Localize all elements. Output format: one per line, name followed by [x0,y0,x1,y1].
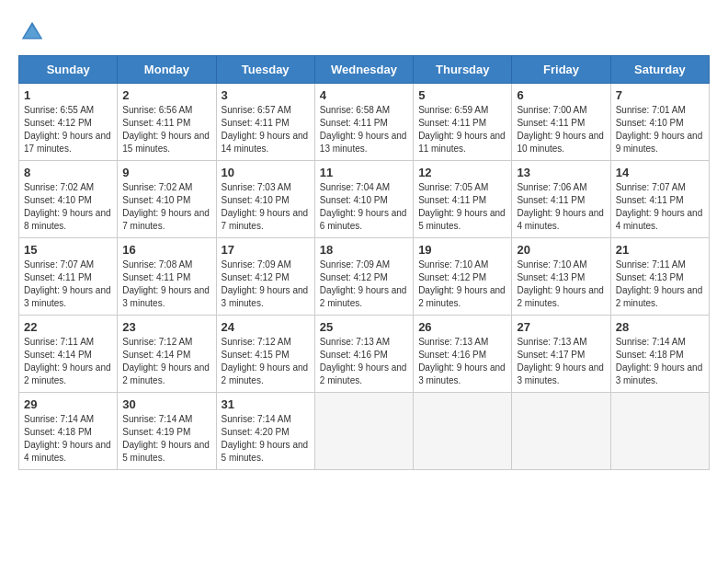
day-info: Sunrise: 7:12 AMSunset: 4:15 PMDaylight:… [222,336,310,387]
calendar-week-row: 1Sunrise: 6:55 AMSunset: 4:12 PMDaylight… [19,84,710,161]
day-info: Sunrise: 7:10 AMSunset: 4:13 PMDaylight:… [517,259,605,310]
day-info: Sunrise: 7:07 AMSunset: 4:11 PMDaylight:… [616,181,704,233]
day-number: 14 [616,166,704,179]
day-number: 3 [222,88,310,102]
day-number: 13 [517,166,605,179]
day-number: 31 [222,397,310,411]
calendar-day-cell [512,393,610,470]
day-info: Sunrise: 7:05 AMSunset: 4:11 PMDaylight:… [418,181,506,233]
day-number: 11 [320,166,408,179]
calendar-day-cell: 25Sunrise: 7:13 AMSunset: 4:16 PMDayligh… [314,316,413,393]
weekday-header: Thursday [414,56,512,84]
logo [18,18,50,46]
day-number: 30 [122,397,210,411]
calendar-day-cell [314,393,413,470]
calendar-day-cell: 22Sunrise: 7:11 AMSunset: 4:14 PMDayligh… [19,316,118,393]
calendar-week-row: 29Sunrise: 7:14 AMSunset: 4:18 PMDayligh… [19,393,710,470]
day-number: 18 [320,243,408,257]
calendar-body: 1Sunrise: 6:55 AMSunset: 4:12 PMDaylight… [19,84,710,470]
logo-icon [18,18,46,46]
calendar-week-row: 15Sunrise: 7:07 AMSunset: 4:11 PMDayligh… [19,238,710,316]
day-number: 22 [24,320,112,334]
calendar-day-cell: 10Sunrise: 7:03 AMSunset: 4:10 PMDayligh… [216,161,314,238]
day-info: Sunrise: 7:10 AMSunset: 4:12 PMDaylight:… [418,259,506,310]
calendar-day-cell: 7Sunrise: 7:01 AMSunset: 4:10 PMDaylight… [610,84,709,161]
weekday-header: Tuesday [216,56,314,84]
day-info: Sunrise: 6:57 AMSunset: 4:11 PMDaylight:… [222,104,310,155]
calendar-day-cell: 15Sunrise: 7:07 AMSunset: 4:11 PMDayligh… [19,238,118,316]
day-info: Sunrise: 7:02 AMSunset: 4:10 PMDaylight:… [24,181,112,233]
calendar-day-cell: 9Sunrise: 7:02 AMSunset: 4:10 PMDaylight… [118,161,216,238]
day-info: Sunrise: 7:09 AMSunset: 4:12 PMDaylight:… [320,259,408,310]
calendar-day-cell: 30Sunrise: 7:14 AMSunset: 4:19 PMDayligh… [118,393,216,470]
day-number: 17 [222,243,310,257]
day-number: 29 [24,397,112,411]
day-info: Sunrise: 7:12 AMSunset: 4:14 PMDaylight:… [122,336,210,387]
calendar-day-cell: 18Sunrise: 7:09 AMSunset: 4:12 PMDayligh… [314,238,413,316]
calendar-day-cell: 12Sunrise: 7:05 AMSunset: 4:11 PMDayligh… [414,161,512,238]
day-number: 12 [418,166,506,179]
day-info: Sunrise: 7:14 AMSunset: 4:18 PMDaylight:… [24,413,112,465]
weekday-header: Friday [512,56,610,84]
day-info: Sunrise: 7:11 AMSunset: 4:13 PMDaylight:… [616,259,704,310]
calendar-day-cell: 20Sunrise: 7:10 AMSunset: 4:13 PMDayligh… [512,238,610,316]
calendar-day-cell: 13Sunrise: 7:06 AMSunset: 4:11 PMDayligh… [512,161,610,238]
day-info: Sunrise: 6:56 AMSunset: 4:11 PMDaylight:… [122,104,210,155]
day-info: Sunrise: 7:14 AMSunset: 4:19 PMDaylight:… [122,413,210,465]
weekday-header: Sunday [19,56,118,84]
calendar-day-cell: 11Sunrise: 7:04 AMSunset: 4:10 PMDayligh… [314,161,413,238]
day-number: 2 [122,88,210,102]
day-number: 19 [418,243,506,257]
calendar-day-cell: 2Sunrise: 6:56 AMSunset: 4:11 PMDaylight… [118,84,216,161]
calendar-day-cell: 27Sunrise: 7:13 AMSunset: 4:17 PMDayligh… [512,316,610,393]
day-info: Sunrise: 7:02 AMSunset: 4:10 PMDaylight:… [122,181,210,233]
calendar-day-cell: 21Sunrise: 7:11 AMSunset: 4:13 PMDayligh… [610,238,709,316]
day-number: 25 [320,320,408,334]
day-number: 21 [616,243,704,257]
day-number: 10 [222,166,310,179]
day-number: 6 [517,88,605,102]
calendar-day-cell: 24Sunrise: 7:12 AMSunset: 4:15 PMDayligh… [216,316,314,393]
day-info: Sunrise: 7:01 AMSunset: 4:10 PMDaylight:… [616,104,704,155]
day-info: Sunrise: 7:00 AMSunset: 4:11 PMDaylight:… [517,104,605,155]
day-number: 1 [24,88,112,102]
day-number: 27 [517,320,605,334]
day-number: 23 [122,320,210,334]
calendar-day-cell: 1Sunrise: 6:55 AMSunset: 4:12 PMDaylight… [19,84,118,161]
calendar-day-cell: 23Sunrise: 7:12 AMSunset: 4:14 PMDayligh… [118,316,216,393]
day-info: Sunrise: 7:13 AMSunset: 4:16 PMDaylight:… [418,336,506,387]
day-info: Sunrise: 7:09 AMSunset: 4:12 PMDaylight:… [222,259,310,310]
calendar-day-cell [610,393,709,470]
day-info: Sunrise: 7:06 AMSunset: 4:11 PMDaylight:… [517,181,605,233]
day-info: Sunrise: 7:13 AMSunset: 4:16 PMDaylight:… [320,336,408,387]
day-number: 28 [616,320,704,334]
day-number: 15 [24,243,112,257]
day-info: Sunrise: 7:14 AMSunset: 4:18 PMDaylight:… [616,336,704,387]
day-info: Sunrise: 7:04 AMSunset: 4:10 PMDaylight:… [320,181,408,233]
calendar-day-cell: 28Sunrise: 7:14 AMSunset: 4:18 PMDayligh… [610,316,709,393]
day-number: 7 [616,88,704,102]
calendar-day-cell: 6Sunrise: 7:00 AMSunset: 4:11 PMDaylight… [512,84,610,161]
calendar-day-cell: 17Sunrise: 7:09 AMSunset: 4:12 PMDayligh… [216,238,314,316]
weekday-header: Monday [118,56,216,84]
day-number: 8 [24,166,112,179]
day-number: 9 [122,166,210,179]
calendar-day-cell: 29Sunrise: 7:14 AMSunset: 4:18 PMDayligh… [19,393,118,470]
day-info: Sunrise: 7:03 AMSunset: 4:10 PMDaylight:… [222,181,310,233]
calendar-table: SundayMondayTuesdayWednesdayThursdayFrid… [18,55,710,470]
day-number: 24 [222,320,310,334]
calendar-day-cell: 8Sunrise: 7:02 AMSunset: 4:10 PMDaylight… [19,161,118,238]
calendar-day-cell [414,393,512,470]
weekday-header: Saturday [610,56,709,84]
calendar-day-cell: 3Sunrise: 6:57 AMSunset: 4:11 PMDaylight… [216,84,314,161]
day-number: 4 [320,88,408,102]
day-info: Sunrise: 6:58 AMSunset: 4:11 PMDaylight:… [320,104,408,155]
weekday-header: Wednesday [314,56,413,84]
calendar-day-cell: 26Sunrise: 7:13 AMSunset: 4:16 PMDayligh… [414,316,512,393]
day-info: Sunrise: 7:07 AMSunset: 4:11 PMDaylight:… [24,259,112,310]
day-info: Sunrise: 7:08 AMSunset: 4:11 PMDaylight:… [122,259,210,310]
calendar-day-cell: 5Sunrise: 6:59 AMSunset: 4:11 PMDaylight… [414,84,512,161]
day-number: 16 [122,243,210,257]
calendar-day-cell: 31Sunrise: 7:14 AMSunset: 4:20 PMDayligh… [216,393,314,470]
calendar-day-cell: 14Sunrise: 7:07 AMSunset: 4:11 PMDayligh… [610,161,709,238]
